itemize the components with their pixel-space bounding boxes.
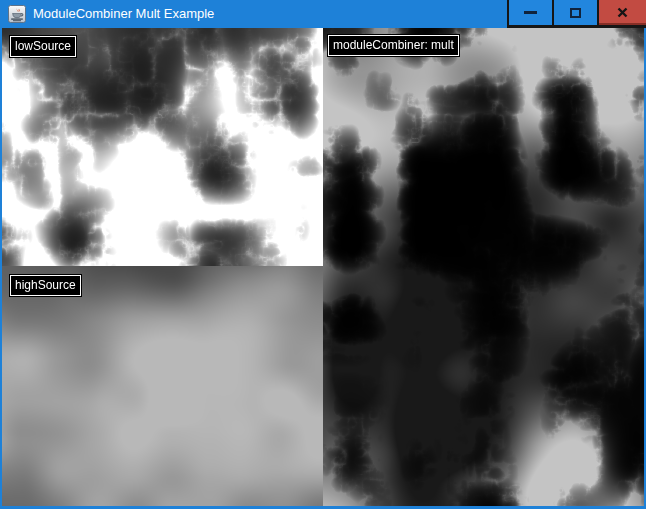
minimize-icon bbox=[524, 11, 537, 14]
window-controls bbox=[507, 0, 646, 28]
module-combiner-noise-canvas bbox=[323, 28, 644, 506]
titlebar[interactable]: ModuleCombiner Mult Example bbox=[0, 0, 646, 28]
low-source-noise-canvas bbox=[2, 28, 323, 266]
high-source-label: highSource bbox=[10, 275, 81, 296]
low-source-label: lowSource bbox=[10, 36, 76, 57]
high-source-panel: highSource bbox=[2, 266, 323, 506]
module-combiner-panel: moduleCombiner: mult bbox=[323, 28, 644, 506]
maximize-button[interactable] bbox=[554, 0, 597, 25]
left-column: lowSource highSource bbox=[2, 28, 323, 506]
close-icon bbox=[617, 7, 628, 18]
maximize-icon bbox=[570, 8, 581, 18]
app-window: ModuleCombiner Mult Example lowSource bbox=[0, 0, 646, 509]
minimize-button[interactable] bbox=[509, 0, 552, 25]
low-source-panel: lowSource bbox=[2, 28, 323, 266]
high-source-noise-canvas bbox=[2, 266, 323, 506]
module-combiner-label: moduleCombiner: mult bbox=[328, 35, 459, 56]
content-area: lowSource highSource moduleCombiner: mul… bbox=[0, 28, 646, 509]
window-title: ModuleCombiner Mult Example bbox=[33, 0, 507, 28]
close-button[interactable] bbox=[599, 0, 646, 25]
java-coffee-cup-icon[interactable] bbox=[8, 5, 26, 23]
right-column: moduleCombiner: mult bbox=[323, 28, 644, 506]
